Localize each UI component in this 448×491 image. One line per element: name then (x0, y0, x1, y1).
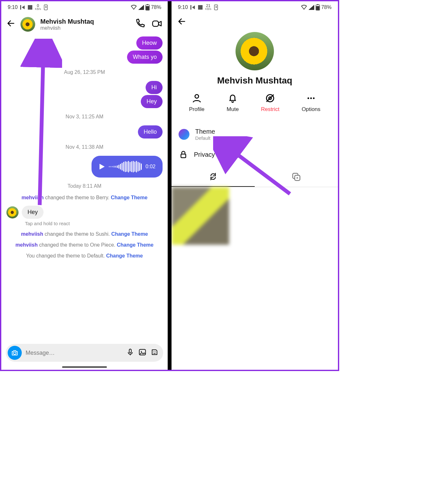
svg-point-12 (155, 352, 156, 352)
shared-tab[interactable] (172, 167, 255, 187)
chat-screen: 9:10 0KB/s 78% Mehvish Mushtaq mehviish (1, 1, 168, 370)
message-out[interactable]: Hello (138, 125, 163, 139)
media-thumbnail[interactable] (172, 187, 229, 245)
privacy-setting[interactable]: Privacy & safety (172, 145, 338, 164)
media-tabs (172, 167, 338, 187)
svg-rect-17 (317, 4, 318, 5)
svg-point-11 (154, 352, 154, 352)
theme-setting[interactable]: Theme Default (172, 123, 338, 145)
svg-point-10 (141, 351, 142, 352)
privacy-label: Privacy & safety (194, 151, 240, 158)
timestamp: Today 8:11 AM (6, 183, 163, 189)
svg-rect-8 (129, 349, 132, 353)
restrict-action[interactable]: Restrict (261, 93, 280, 113)
more-icon (306, 93, 316, 104)
media-grid[interactable] (172, 187, 338, 245)
theme-value: Default (195, 135, 215, 141)
voice-message[interactable]: 0:02 (92, 156, 163, 178)
battery-percent: 78% (151, 4, 161, 10)
profile-avatar[interactable] (236, 32, 274, 70)
battery-icon (145, 4, 150, 11)
waveform (109, 161, 142, 172)
compose-bar (1, 341, 168, 365)
clock: 9:10 (8, 4, 18, 10)
svg-point-24 (313, 97, 315, 99)
clock: 9:10 (178, 4, 188, 10)
svg-rect-4 (147, 4, 148, 5)
home-indicator[interactable] (62, 366, 107, 368)
phone-call-button[interactable] (134, 18, 145, 30)
svg-rect-5 (153, 21, 158, 27)
camera-button[interactable] (8, 346, 22, 360)
back-button[interactable] (177, 18, 186, 28)
gallery-button[interactable] (138, 348, 147, 358)
svg-point-22 (308, 97, 309, 99)
system-message: mehviish changed the theme to Berry. Cha… (6, 195, 163, 201)
signal-icon (308, 5, 314, 10)
media-collection-icon (292, 172, 301, 182)
contact-name: Mehvish Mushtaq (40, 18, 129, 25)
sync-icon (209, 172, 218, 181)
timestamp: Aug 26, 12:35 PM (6, 69, 163, 75)
system-message: mehviish changed the theme to Sushi. Cha… (6, 231, 163, 237)
battery-percent: 78% (321, 4, 332, 10)
svg-line-6 (40, 44, 44, 205)
battery-icon (316, 4, 320, 11)
timestamp: Nov 4, 11:38 AM (6, 144, 163, 150)
network-meter: 21KB/s (205, 4, 211, 11)
system-message: You changed the theme to Default. Change… (6, 253, 163, 259)
wifi-icon (301, 5, 307, 10)
person-icon (191, 93, 202, 104)
mute-action[interactable]: Mute (227, 93, 239, 113)
svg-rect-0 (28, 5, 32, 10)
mic-button[interactable] (126, 348, 134, 358)
message-out[interactable]: Hi (146, 81, 163, 94)
react-hint: Tap and hold to react (25, 221, 163, 226)
message-in[interactable]: Hey (22, 206, 44, 219)
sticker-button[interactable] (150, 348, 159, 358)
svg-point-23 (310, 97, 312, 99)
contact-avatar-small[interactable] (6, 206, 19, 218)
svg-rect-16 (316, 6, 319, 10)
wifi-icon (131, 5, 137, 10)
system-message: mehviish changed the theme to One Piece.… (6, 242, 163, 248)
timestamp: Nov 3, 11:25 AM (6, 114, 163, 120)
signal-icon (138, 5, 144, 10)
message-list[interactable]: Heow Whats yo Aug 26, 12:35 PM Hi Hey No… (1, 36, 168, 341)
contact-avatar[interactable] (20, 17, 35, 32)
voice-duration: 0:02 (146, 164, 156, 170)
status-bar: 9:10 21KB/s 78% (172, 1, 338, 13)
theme-label: Theme (195, 128, 215, 135)
svg-rect-3 (146, 6, 149, 10)
status-bar: 9:10 0KB/s 78% (1, 1, 168, 13)
network-meter: 0KB/s (35, 4, 41, 11)
message-input[interactable] (26, 350, 122, 356)
lock-icon (179, 150, 188, 159)
change-theme-link[interactable]: Change Theme (117, 242, 154, 248)
contact-username: mehviish (40, 25, 129, 31)
svg-point-7 (13, 352, 16, 354)
message-out[interactable]: Whats yo (127, 51, 163, 64)
svg-rect-25 (181, 154, 186, 158)
play-icon[interactable] (99, 163, 105, 170)
restrict-icon (265, 93, 276, 104)
svg-point-18 (195, 95, 198, 98)
change-theme-link[interactable]: Change Theme (111, 195, 148, 200)
theme-color-icon (179, 129, 189, 140)
back-button[interactable] (6, 19, 15, 30)
screenshot-divider (168, 1, 172, 370)
svg-rect-13 (198, 5, 203, 10)
bell-icon (227, 93, 238, 104)
options-action[interactable]: Options (302, 93, 321, 113)
chat-header: Mehvish Mushtaq mehviish (1, 13, 168, 36)
profile-action[interactable]: Profile (189, 93, 204, 113)
contact-name-block[interactable]: Mehvish Mushtaq mehviish (40, 18, 129, 31)
message-out[interactable]: Heow (136, 36, 163, 50)
change-theme-link[interactable]: Change Theme (106, 253, 143, 258)
media-tab[interactable] (255, 167, 338, 187)
profile-screen: 9:10 21KB/s 78% Mehvish Mushtaq (172, 1, 338, 370)
profile-name: Mehvish Mushtaq (172, 75, 338, 86)
change-theme-link[interactable]: Change Theme (111, 231, 148, 237)
message-out[interactable]: Hey (141, 95, 163, 108)
video-call-button[interactable] (152, 18, 163, 30)
